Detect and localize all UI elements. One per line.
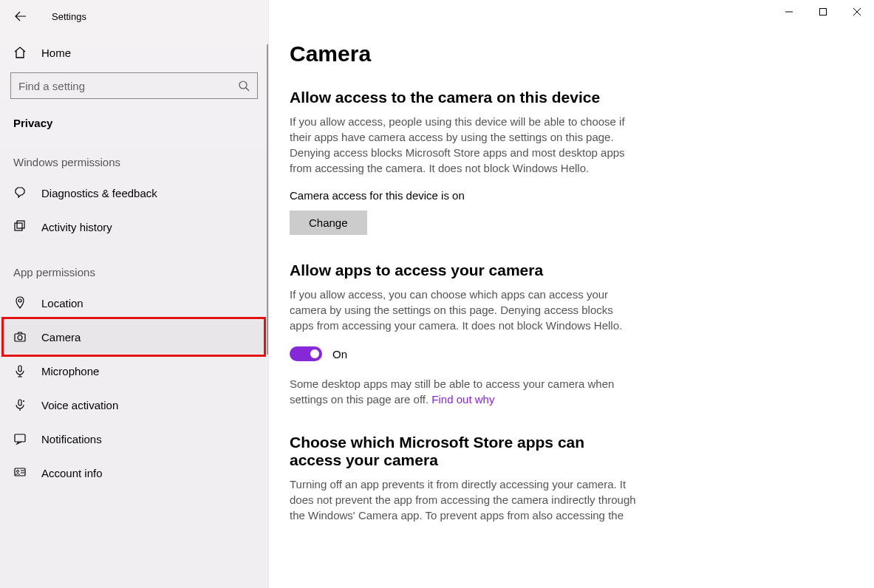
svg-rect-7 <box>18 400 21 406</box>
svg-rect-2 <box>17 221 24 228</box>
window-controls <box>772 0 874 24</box>
page-title: Camera <box>290 41 638 66</box>
nav-microphone[interactable]: Microphone <box>0 354 268 388</box>
search-icon <box>238 80 250 92</box>
main-panel: Camera Allow access to the camera on thi… <box>269 0 874 588</box>
home-label: Home <box>41 47 71 59</box>
group-windows-permissions: Windows permissions <box>0 134 268 176</box>
find-out-why-link[interactable]: Find out why <box>431 393 494 406</box>
app-access-toggle[interactable] <box>290 346 322 361</box>
section-heading-app-access: Allow apps to access your camera <box>290 261 638 279</box>
section-heading-device-access: Allow access to the camera on this devic… <box>290 89 638 106</box>
location-icon <box>13 296 27 310</box>
account-icon <box>13 466 27 479</box>
group-app-permissions: App permissions <box>0 244 268 286</box>
svg-rect-12 <box>820 9 827 16</box>
nav-label: Diagnostics & feedback <box>41 187 157 199</box>
section-desc: If you allow access, people using this d… <box>290 114 638 176</box>
svg-point-8 <box>23 400 24 402</box>
device-access-status: Camera access for this device is on <box>290 189 638 202</box>
change-button[interactable]: Change <box>290 211 367 235</box>
camera-icon <box>13 330 27 343</box>
desktop-apps-note: Some desktop apps may still be able to a… <box>290 376 638 407</box>
nav-account[interactable]: Account info <box>0 456 268 490</box>
content: Camera Allow access to the camera on thi… <box>269 0 668 523</box>
nav-label: Camera <box>41 331 81 343</box>
search-wrap <box>0 72 268 99</box>
svg-rect-6 <box>18 366 21 372</box>
svg-point-5 <box>18 335 22 340</box>
search-box[interactable] <box>10 72 258 99</box>
section-heading-privacy: Privacy <box>0 99 268 134</box>
nav-label: Notifications <box>41 433 102 445</box>
maximize-icon <box>819 8 827 16</box>
sidebar-scrollbar[interactable] <box>267 44 268 355</box>
nav-label: Microphone <box>41 365 99 377</box>
section-heading-store-apps: Choose which Microsoft Store apps can ac… <box>290 434 638 469</box>
notifications-icon <box>13 432 27 445</box>
svg-point-3 <box>18 299 21 302</box>
nav-label: Voice activation <box>41 399 118 411</box>
close-icon <box>853 8 861 16</box>
toggle-knob <box>310 349 319 358</box>
nav-notifications[interactable]: Notifications <box>0 422 268 456</box>
back-button[interactable] <box>13 9 28 24</box>
nav-activity[interactable]: Activity history <box>0 210 268 244</box>
sidebar: Settings Home Privacy Windows permission… <box>0 0 269 588</box>
nav-label: Location <box>41 297 83 310</box>
section-desc: If you allow access, you can choose whic… <box>290 287 638 333</box>
nav-label: Account info <box>41 467 103 479</box>
home-nav[interactable]: Home <box>0 33 268 72</box>
feedback-icon <box>13 186 27 199</box>
minimize-button[interactable] <box>772 0 806 24</box>
back-arrow-icon <box>15 10 27 22</box>
nav-location[interactable]: Location <box>0 286 268 320</box>
toggle-row: On <box>290 346 638 361</box>
section-desc: Turning off an app prevents it from dire… <box>290 476 638 523</box>
svg-rect-1 <box>15 223 22 230</box>
home-icon <box>13 46 27 59</box>
nav-diagnostics[interactable]: Diagnostics & feedback <box>0 176 268 210</box>
svg-point-0 <box>239 81 247 89</box>
nav-camera[interactable]: Camera <box>0 320 268 354</box>
toggle-label: On <box>332 348 347 360</box>
minimize-icon <box>785 8 793 16</box>
titlebar: Settings <box>0 0 268 33</box>
voice-icon <box>13 398 27 411</box>
microphone-icon <box>13 364 27 377</box>
svg-rect-9 <box>15 434 25 442</box>
nav-voice[interactable]: Voice activation <box>0 388 268 422</box>
svg-point-11 <box>17 471 19 473</box>
close-button[interactable] <box>840 0 874 24</box>
history-icon <box>13 220 27 233</box>
search-input[interactable] <box>18 80 238 92</box>
window-title: Settings <box>52 11 86 22</box>
maximize-button[interactable] <box>806 0 840 24</box>
nav-label: Activity history <box>41 221 112 233</box>
